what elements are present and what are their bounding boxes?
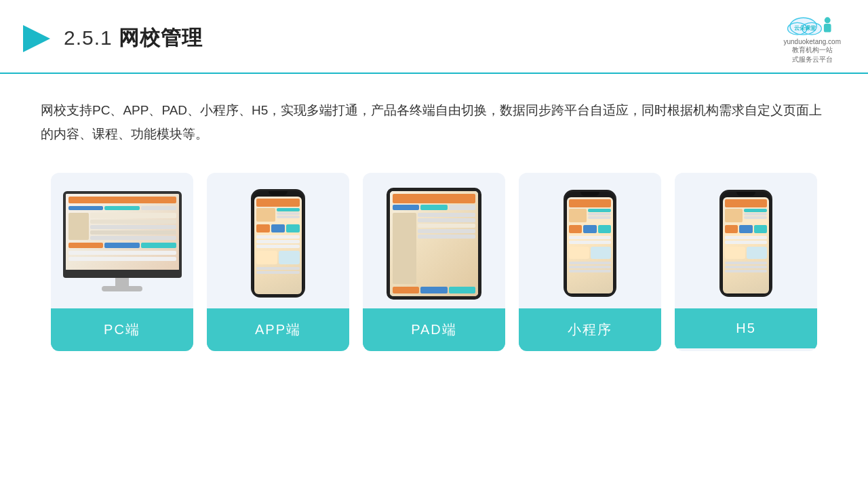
description-text: 网校支持PC、APP、PAD、小程序、H5，实现多端打通，产品各终端自由切换，数… [0, 74, 868, 159]
logo-slogan: 教育机构一站 式服务云平台 [783, 45, 841, 64]
svg-point-8 [825, 17, 831, 23]
card-app: APP端 [207, 173, 349, 351]
card-app-label: APP端 [207, 308, 349, 351]
page-title: 2.5.1 网校管理 [64, 24, 203, 52]
header: 2.5.1 网校管理 云朵课堂 yunduoketang.com 教育机构一站 … [0, 0, 868, 74]
card-app-image [207, 173, 349, 308]
pad-mock [387, 188, 481, 300]
title-number: 2.5.1 [64, 26, 113, 49]
miniapp-phone-mock [564, 190, 616, 297]
play-icon [20, 22, 53, 55]
logo-icon: 云朵课堂 [785, 12, 840, 37]
card-h5-label: H5 [675, 308, 817, 348]
card-pc: PC端 [51, 173, 193, 351]
cards-container: PC端 [0, 159, 868, 351]
app-phone-mock [251, 189, 305, 298]
logo-area: 云朵课堂 yunduoketang.com 教育机构一站 式服务云平台 [783, 12, 841, 64]
monitor-screen [63, 191, 182, 272]
card-miniapp-image [519, 173, 661, 308]
title-chinese: 网校管理 [119, 26, 203, 49]
card-pc-label: PC端 [51, 308, 193, 351]
pc-monitor [63, 191, 182, 296]
card-pad: PAD端 [363, 173, 505, 351]
card-pad-image [363, 173, 505, 308]
svg-marker-0 [23, 25, 50, 52]
card-h5: H5 [675, 173, 817, 351]
card-pc-image [51, 173, 193, 308]
card-miniapp-label: 小程序 [519, 308, 661, 351]
svg-text:云朵课堂: 云朵课堂 [794, 25, 816, 31]
card-miniapp: 小程序 [519, 173, 661, 351]
logo-subtitle: yunduoketang.com 教育机构一站 式服务云平台 [783, 38, 841, 64]
h5-phone-mock [719, 190, 772, 297]
svg-rect-9 [824, 24, 831, 32]
card-pad-label: PAD端 [363, 308, 505, 351]
header-left: 2.5.1 网校管理 [20, 22, 203, 55]
card-h5-image [675, 173, 817, 308]
